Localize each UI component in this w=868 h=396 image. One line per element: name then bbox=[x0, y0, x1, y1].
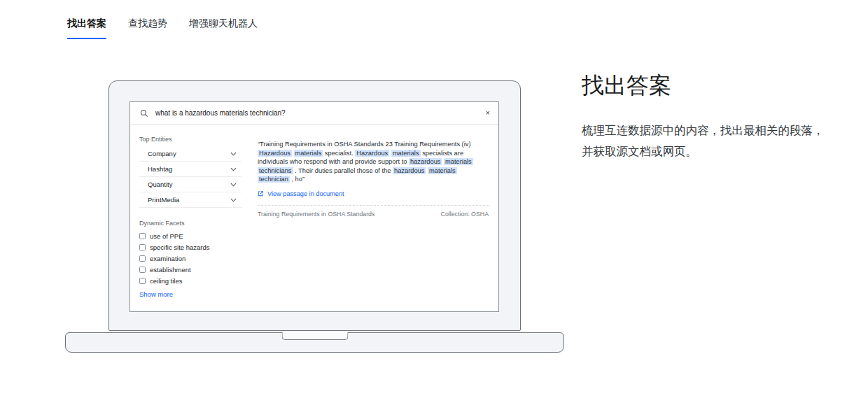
checkbox[interactable] bbox=[139, 267, 146, 273]
search-input[interactable]: what is a hazardous materials technician… bbox=[155, 109, 286, 117]
show-more-link[interactable]: Show more bbox=[139, 290, 173, 298]
checkbox[interactable] bbox=[139, 233, 146, 239]
passage-segment: “Training Requirements in OSHA Standards… bbox=[258, 141, 471, 148]
result-divider bbox=[258, 205, 489, 206]
highlight-term: materials bbox=[294, 150, 323, 157]
facet-label: specific site hazards bbox=[150, 243, 210, 251]
facet-row[interactable]: establishment bbox=[139, 266, 241, 274]
facet-label: examination bbox=[150, 255, 186, 262]
clear-search-icon[interactable]: × bbox=[486, 109, 490, 117]
facet-label: ceiling tiles bbox=[150, 277, 182, 285]
entity-row[interactable]: PrintMedia bbox=[139, 192, 241, 208]
result-card: “Training Requirements in OSHA Standards… bbox=[241, 136, 490, 312]
checkbox[interactable] bbox=[139, 278, 146, 284]
entity-label: Hashtag bbox=[148, 165, 172, 173]
entity-label: PrintMedia bbox=[148, 196, 179, 204]
search-icon bbox=[140, 109, 148, 118]
results-layout: Top Entities CompanyHashtagQuantityPrint… bbox=[130, 125, 498, 312]
page: 找出答案查找趋势增强聊天机器人 what is a hazardous mate… bbox=[0, 0, 868, 396]
result-footer: Training Requirements in OSHA Standards … bbox=[258, 211, 489, 218]
highlight-term: Hazardous bbox=[355, 150, 389, 157]
entity-label: Quantity bbox=[148, 181, 172, 188]
tab-active[interactable]: 找出答案 bbox=[67, 17, 106, 39]
highlight-term: hazardous bbox=[409, 158, 442, 165]
tab-item[interactable]: 查找趋势 bbox=[128, 17, 167, 39]
top-entities-label: Top Entities bbox=[139, 136, 241, 143]
collections-label: Collections bbox=[139, 311, 241, 312]
laptop-screen: what is a hazardous materials technician… bbox=[130, 101, 499, 312]
tab-item[interactable]: 增强聊天机器人 bbox=[189, 17, 258, 39]
laptop-notch bbox=[281, 332, 348, 340]
chevron-down-icon[interactable] bbox=[230, 167, 237, 171]
facet-row[interactable]: use of PPE bbox=[139, 232, 241, 240]
collection-badge: Collection: OSHA bbox=[441, 211, 489, 218]
highlight-term: Hazardous bbox=[258, 150, 292, 157]
facet-row[interactable]: specific site hazards bbox=[139, 243, 241, 251]
dynamic-facets-list: use of PPEspecific site hazardsexaminati… bbox=[139, 232, 241, 285]
passage-segment: . Their duties parallel those of the bbox=[293, 167, 393, 174]
entity-label: Company bbox=[148, 150, 176, 157]
highlight-term: technicians bbox=[258, 167, 293, 174]
chevron-down-icon[interactable] bbox=[230, 183, 237, 187]
feature-description: 梳理互连数据源中的内容，找出最相关的段落，并获取源文档或网页。 bbox=[582, 120, 829, 162]
chevron-down-icon[interactable] bbox=[230, 152, 237, 156]
view-passage-label: View passage in document bbox=[267, 190, 344, 197]
document-title: Training Requirements in OSHA Standards bbox=[258, 211, 374, 218]
facet-row[interactable]: examination bbox=[139, 255, 241, 262]
passage-text: “Training Requirements in OSHA Standards… bbox=[258, 140, 489, 184]
facet-row[interactable]: ceiling tiles bbox=[139, 277, 241, 285]
search-bar: what is a hazardous materials technician… bbox=[130, 102, 498, 125]
checkbox[interactable] bbox=[139, 244, 146, 250]
laptop-lid: what is a hazardous materials technician… bbox=[108, 80, 521, 331]
highlight-term: hazardous bbox=[393, 167, 426, 174]
feature-description-panel: 找出答案 梳理互连数据源中的内容，找出最相关的段落，并获取源文档或网页。 bbox=[582, 71, 849, 162]
highlight-term: materials bbox=[444, 158, 473, 165]
entity-row[interactable]: Hashtag bbox=[139, 162, 241, 177]
feature-title: 找出答案 bbox=[582, 71, 849, 101]
entity-row[interactable]: Quantity bbox=[139, 177, 241, 192]
facets-panel: Top Entities CompanyHashtagQuantityPrint… bbox=[139, 136, 241, 312]
top-entities-list: CompanyHashtagQuantityPrintMedia bbox=[139, 146, 241, 208]
entity-row[interactable]: Company bbox=[139, 146, 241, 162]
facet-label: establishment bbox=[150, 266, 191, 274]
view-passage-link[interactable]: View passage in document bbox=[258, 190, 489, 197]
passage-segment: specialist. bbox=[323, 150, 355, 157]
launch-icon bbox=[258, 190, 264, 197]
chevron-down-icon[interactable] bbox=[230, 198, 237, 202]
dynamic-facets-label: Dynamic Facets bbox=[139, 220, 241, 227]
feature-tabs: 找出答案查找趋势增强聊天机器人 bbox=[67, 17, 258, 39]
passage-segment: , ho” bbox=[290, 176, 304, 183]
laptop-base bbox=[65, 332, 564, 353]
checkbox[interactable] bbox=[139, 255, 146, 262]
highlight-term: technician bbox=[258, 176, 290, 183]
highlight-term: materials bbox=[391, 150, 421, 157]
facet-label: use of PPE bbox=[150, 232, 183, 240]
highlight-term: materials bbox=[428, 167, 457, 174]
